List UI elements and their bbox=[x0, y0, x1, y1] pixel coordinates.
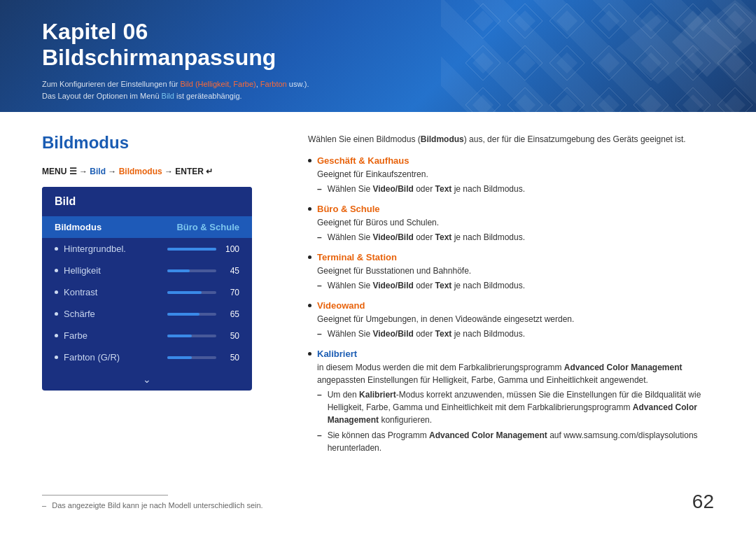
bullet-geschaeft: Geschäft & Kaufhaus Geeignet für Einkauf… bbox=[308, 155, 714, 195]
row-number: 100 bbox=[222, 244, 239, 254]
footer: – Das angezeigte Bild kann je nach Model… bbox=[42, 495, 714, 510]
dash-icon: – bbox=[317, 328, 322, 340]
bullet-dot-icon bbox=[308, 207, 312, 211]
sub-bullet: – Wählen Sie Video/Bild oder Text je nac… bbox=[317, 231, 714, 244]
bullet-label: Büro & Schule bbox=[317, 204, 380, 214]
tv-menu-row: Farbe 50 bbox=[42, 325, 252, 346]
row-dot bbox=[55, 269, 58, 272]
row-dot bbox=[55, 356, 58, 359]
menu-bildmodus: Bildmodus bbox=[119, 167, 162, 176]
sub-text: Wählen Sie Video/Bild oder Text je nach … bbox=[328, 279, 525, 292]
row-dot bbox=[55, 247, 58, 251]
header-banner: Kapitel 06 Bildschirmanpassung Zum Konfi… bbox=[0, 0, 756, 112]
right-intro: Wählen Sie einen Bildmodus (Bildmodus) a… bbox=[308, 133, 714, 146]
bullet-kalibriert: Kalibriert in diesem Modus werden die mi… bbox=[308, 349, 714, 454]
slider-bar bbox=[167, 335, 216, 337]
page-number: 62 bbox=[692, 491, 714, 513]
dash-icon: – bbox=[317, 231, 322, 244]
slider-bar bbox=[167, 248, 216, 251]
bullet-desc: Geeignet für Umgebungen, in denen Videow… bbox=[317, 313, 714, 325]
slider-fill bbox=[167, 356, 192, 359]
tv-menu-row: Farbton (G/R) 50 bbox=[42, 346, 252, 368]
sub-text: Wählen Sie Video/Bild oder Text je nach … bbox=[328, 183, 525, 195]
slider-container: 100 bbox=[167, 244, 239, 254]
row-label: Farbton (G/R) bbox=[55, 352, 120, 363]
tv-menu-row: Kontrast 70 bbox=[42, 281, 252, 303]
menu-arrow1: → bbox=[106, 167, 119, 176]
chapter-label: Kapitel 06 bbox=[42, 20, 309, 44]
row-name: Hintergrundbel. bbox=[64, 244, 126, 254]
sub-text: Um den Kalibriert-Modus korrekt anzuwend… bbox=[328, 388, 714, 426]
row-number: 45 bbox=[222, 266, 239, 276]
slider-fill bbox=[167, 313, 200, 316]
bullet-title: Terminal & Station bbox=[308, 252, 714, 262]
bullet-desc: Geeignet für Einkaufszentren. bbox=[317, 168, 714, 181]
header-diamond-pattern bbox=[462, 0, 756, 112]
left-column: Bildmodus MENU ☰ → Bild → Bildmodus → EN… bbox=[42, 133, 280, 463]
bullet-title: Videowand bbox=[308, 300, 714, 311]
row-label: Kontrast bbox=[55, 287, 97, 297]
sub-bullet: – Wählen Sie Video/Bild oder Text je nac… bbox=[317, 328, 714, 340]
row-number: 50 bbox=[222, 353, 239, 363]
bullet-title: Büro & Schule bbox=[308, 204, 714, 214]
bullet-label: Kalibriert bbox=[317, 349, 357, 359]
dash-icon: – bbox=[317, 388, 322, 401]
sub-bullet: – Wählen Sie Video/Bild oder Text je nac… bbox=[317, 183, 714, 195]
menu-bild: Bild bbox=[90, 167, 106, 176]
bullet-desc: Geeignet für Büros und Schulen. bbox=[317, 216, 714, 229]
slider-fill bbox=[167, 335, 192, 337]
bullet-label: Terminal & Station bbox=[317, 252, 397, 262]
tv-menu-active-row: Bildmodus Büro & Schule bbox=[42, 216, 252, 238]
sub-text: Sie können das Programm Advanced Color M… bbox=[328, 429, 714, 454]
footer-note: – Das angezeigte Bild kann je nach Model… bbox=[42, 501, 714, 510]
slider-bar bbox=[167, 356, 216, 359]
sub-bullet-1: – Um den Kalibriert-Modus korrekt anzuwe… bbox=[317, 388, 714, 426]
bullet-label: Videowand bbox=[317, 300, 365, 311]
right-column: Wählen Sie einen Bildmodus (Bildmodus) a… bbox=[308, 133, 714, 463]
bullet-desc: in diesem Modus werden die mit dem Farbk… bbox=[317, 361, 714, 386]
row-label: Hintergrundbel. bbox=[55, 244, 126, 254]
bullet-title-blue: Kalibriert bbox=[308, 349, 714, 359]
subtitle-highlight2: Farbton bbox=[260, 80, 287, 88]
bullet-dot-icon bbox=[308, 255, 312, 259]
row-dot bbox=[55, 334, 58, 337]
tv-menu-row: Helligkeit 45 bbox=[42, 260, 252, 281]
row-number: 65 bbox=[222, 309, 239, 319]
page-title: Bildschirmanpassung bbox=[42, 44, 309, 71]
subtitle-highlight1: Bild (Helligkeit, Farbe) bbox=[181, 80, 256, 88]
row-name: Schärfe bbox=[64, 309, 95, 319]
row-name: Helligkeit bbox=[64, 265, 101, 276]
dash-icon: – bbox=[317, 279, 322, 292]
active-row-value: Büro & Schule bbox=[176, 222, 239, 232]
row-name: Kontrast bbox=[64, 287, 97, 297]
footer-note-text: Das angezeigte Bild kann je nach Modell … bbox=[52, 501, 262, 510]
row-name: Farbe bbox=[64, 330, 88, 341]
dash-icon: – bbox=[317, 183, 322, 195]
row-label: Helligkeit bbox=[55, 265, 101, 276]
dash-icon: – bbox=[317, 429, 322, 442]
footer-divider bbox=[42, 495, 168, 496]
row-dot bbox=[55, 290, 58, 294]
slider-bar bbox=[167, 291, 216, 294]
sub-bullet: – Wählen Sie Video/Bild oder Text je nac… bbox=[317, 279, 714, 292]
tv-menu-header: Bild bbox=[42, 187, 252, 216]
row-name: Farbton (G/R) bbox=[64, 352, 120, 363]
chevron-down-icon: ⌄ bbox=[42, 368, 252, 391]
slider-bar bbox=[167, 269, 216, 272]
slider-fill bbox=[167, 248, 216, 251]
subtitle-line2-highlight: Bild bbox=[162, 92, 174, 100]
bullet-title: Geschäft & Kaufhaus bbox=[308, 155, 714, 166]
bullet-buero: Büro & Schule Geeignet für Büros und Sch… bbox=[308, 204, 714, 244]
row-label: Schärfe bbox=[55, 309, 95, 319]
sub-text: Wählen Sie Video/Bild oder Text je nach … bbox=[328, 328, 525, 340]
bullet-dot-icon bbox=[308, 352, 312, 356]
bullet-terminal: Terminal & Station Geeignet für Busstati… bbox=[308, 252, 714, 292]
slider-container: 65 bbox=[167, 309, 239, 319]
bullet-videowand: Videowand Geeignet für Umgebungen, in de… bbox=[308, 300, 714, 340]
subtitle-line2-post: ist geräteabhängig. bbox=[174, 92, 242, 100]
tv-menu: Bild Bildmodus Büro & Schule Hintergrund… bbox=[42, 187, 252, 391]
menu-path: MENU ☰ → Bild → Bildmodus → ENTER ↵ bbox=[42, 167, 280, 176]
bullet-desc: Geeignet für Busstationen und Bahnhöfe. bbox=[317, 265, 714, 277]
tv-menu-row: Hintergrundbel. 100 bbox=[42, 238, 252, 260]
slider-container: 45 bbox=[167, 266, 239, 276]
